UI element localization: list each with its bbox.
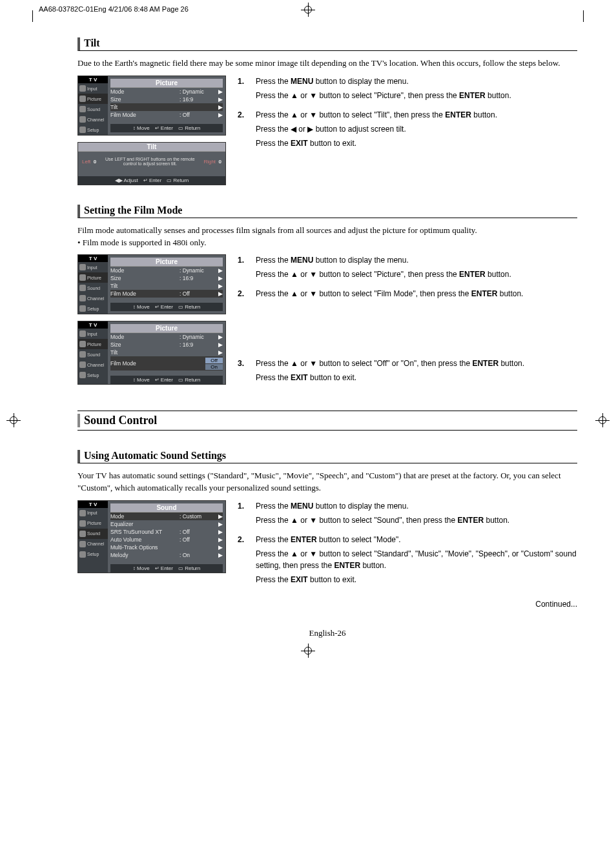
step-number: 1. bbox=[238, 76, 249, 101]
step-number: 2. bbox=[238, 288, 249, 300]
osd-title: Picture bbox=[110, 324, 223, 333]
arrow-right-icon: ▶ bbox=[218, 275, 223, 281]
tilt-steps: 1.Press the MENU button to display the m… bbox=[238, 76, 577, 149]
arrow-right-icon: ▶ bbox=[218, 349, 223, 356]
registration-mark-icon bbox=[595, 413, 610, 427]
step-number: 2. bbox=[238, 109, 249, 149]
enter-hint: ↵ Enter bbox=[155, 565, 173, 571]
step-text: Press the ▲ or ▼ button to select "Tilt"… bbox=[256, 109, 497, 149]
channel-icon bbox=[79, 295, 86, 301]
step-item: 1.Press the MENU button to display the m… bbox=[238, 76, 577, 101]
major-heading-sound: Sound Control bbox=[77, 411, 577, 431]
arrow-right-icon: ▶ bbox=[218, 513, 223, 520]
osd-tv-label: T V bbox=[78, 76, 108, 83]
enter-hint: ↵ Enter bbox=[155, 125, 173, 131]
picture-icon bbox=[79, 520, 86, 527]
crop-line bbox=[583, 10, 584, 22]
arrow-right-icon: ▶ bbox=[218, 521, 223, 527]
section-desc: Your TV has automatic sound settings ("S… bbox=[77, 470, 577, 493]
step-item: 1.Press the MENU button to display the m… bbox=[238, 500, 577, 526]
step-item: 3.Press the ▲ or ▼ button to select "Off… bbox=[238, 358, 577, 383]
input-icon bbox=[79, 264, 86, 270]
osd-picture-menu-options: T V Input Picture Sound Channel Setup Pi… bbox=[77, 321, 226, 385]
section-title-autosound: Using Automatic Sound Settings bbox=[77, 450, 577, 463]
input-icon bbox=[79, 330, 86, 337]
sound-icon bbox=[79, 106, 86, 112]
return-hint: ▭ Return bbox=[178, 565, 200, 571]
step-text: Press the MENU button to display the men… bbox=[256, 254, 511, 280]
section-title-filmmode: Setting the Film Mode bbox=[77, 205, 577, 218]
channel-icon bbox=[79, 116, 86, 123]
setup-icon bbox=[79, 551, 86, 558]
move-hint: ↕ Move bbox=[133, 565, 150, 571]
arrow-right-icon: ▶ bbox=[218, 96, 223, 103]
osd-tv-label: T V bbox=[78, 321, 108, 329]
section-desc: Due to the Earth's magnetic field there … bbox=[77, 57, 577, 69]
step-item: 1.Press the MENU button to display the m… bbox=[238, 254, 577, 280]
crop-line bbox=[32, 10, 33, 22]
step-number: 1. bbox=[238, 500, 249, 526]
registration-mark-icon bbox=[6, 413, 21, 427]
osd-title: Sound bbox=[110, 503, 223, 513]
section-note: • Film mode is supported in 480i only. bbox=[77, 238, 577, 248]
move-hint: ↕ Move bbox=[133, 304, 150, 310]
osd-title: Tilt bbox=[78, 143, 225, 152]
input-icon bbox=[79, 510, 86, 516]
step-text: Press the ENTER button to select "Mode".… bbox=[256, 534, 577, 585]
step-text: Press the ▲ or ▼ button to select "Off" … bbox=[256, 358, 524, 383]
option-off: Off bbox=[205, 358, 223, 363]
sound-icon bbox=[79, 531, 86, 537]
channel-icon bbox=[79, 361, 86, 368]
step-text: Press the MENU button to display the men… bbox=[256, 500, 509, 526]
step-item: 2.Press the ▲ or ▼ button to select "Til… bbox=[238, 109, 577, 149]
registration-mark-icon bbox=[301, 3, 315, 17]
return-hint: ▭ Return bbox=[178, 125, 200, 131]
sound-icon bbox=[79, 351, 86, 358]
arrow-right-icon: ▶ bbox=[218, 88, 223, 95]
option-on: On bbox=[205, 364, 223, 370]
osd-picture-menu: T V Input Picture Sound Channel Setup Pi… bbox=[77, 254, 226, 314]
arrow-right-icon: ▶ bbox=[218, 267, 223, 274]
osd-title: Picture bbox=[110, 258, 223, 267]
arrow-right-icon: ▶ bbox=[218, 544, 223, 551]
return-hint: ▭ Return bbox=[167, 178, 189, 183]
filmmode-steps: 1.Press the MENU button to display the m… bbox=[238, 254, 577, 383]
move-hint: ↕ Move bbox=[133, 125, 150, 131]
arrow-right-icon: ▶ bbox=[218, 341, 223, 348]
setup-icon bbox=[79, 372, 86, 378]
return-hint: ▭ Return bbox=[178, 377, 200, 383]
arrow-right-icon: ▶ bbox=[218, 536, 223, 543]
arrow-right-icon: ▶ bbox=[218, 529, 223, 535]
enter-hint: ↵ Enter bbox=[143, 178, 161, 183]
sound-steps: 1.Press the MENU button to display the m… bbox=[238, 500, 577, 585]
channel-icon bbox=[79, 541, 86, 547]
enter-hint: ↵ Enter bbox=[155, 304, 173, 310]
enter-hint: ↵ Enter bbox=[155, 377, 173, 383]
step-number: 1. bbox=[238, 254, 249, 280]
picture-icon bbox=[79, 274, 86, 281]
registration-mark-icon bbox=[301, 644, 315, 658]
step-number: 2. bbox=[238, 534, 249, 585]
osd-title: Picture bbox=[110, 79, 223, 88]
adjust-hint: ◀▶ Adjust bbox=[115, 178, 138, 183]
setup-icon bbox=[79, 127, 86, 133]
arrow-right-icon: ▶ bbox=[218, 283, 223, 289]
arrow-right-icon: ▶ bbox=[218, 552, 223, 558]
step-number: 3. bbox=[238, 358, 249, 383]
move-hint: ↕ Move bbox=[133, 377, 150, 383]
arrow-right-icon: ▶ bbox=[218, 334, 223, 340]
step-text: Press the MENU button to display the men… bbox=[256, 76, 511, 101]
step-item: 2.Press the ▲ or ▼ button to select "Fil… bbox=[238, 288, 577, 300]
arrow-right-icon: ▶ bbox=[218, 112, 223, 118]
section-title-tilt: Tilt bbox=[77, 37, 577, 51]
setup-icon bbox=[79, 305, 86, 312]
osd-tilt-adjust: Tilt Left 0 Use LEFT and RIGHT buttons o… bbox=[77, 142, 226, 185]
continued-label: Continued... bbox=[77, 600, 577, 609]
step-item: 2.Press the ENTER button to select "Mode… bbox=[238, 534, 577, 585]
osd-tv-label: T V bbox=[78, 501, 108, 508]
section-desc: Film mode automatically senses and proce… bbox=[77, 225, 577, 236]
page-number: English-26 bbox=[77, 628, 577, 638]
osd-tv-label: T V bbox=[78, 255, 108, 262]
picture-icon bbox=[79, 341, 86, 347]
arrow-right-icon: ▶ bbox=[218, 104, 223, 110]
